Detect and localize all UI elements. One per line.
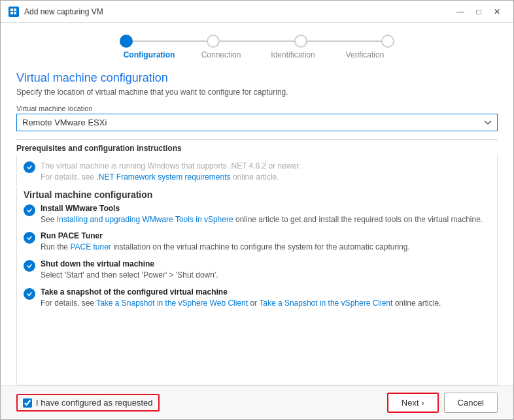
prereq-desc-wmware: See Installing and upgrading WMware Tool… — [41, 214, 490, 225]
configured-checkbox[interactable] — [23, 398, 32, 408]
step-label-connection: Connection — [192, 50, 250, 59]
configured-checkbox-text: I have configured as requested — [36, 398, 153, 408]
prereq-text-shutdown: Shut down the virtual machine Select 'St… — [41, 259, 490, 281]
step-label-configuration: Configuration — [120, 50, 179, 59]
step-line-3 — [307, 40, 381, 42]
stepper-labels: Configuration Connection Identification … — [120, 50, 394, 59]
prereq-desc-shutdown: Select 'Start' and then select 'Power' >… — [41, 270, 490, 281]
cancel-button[interactable]: Cancel — [444, 393, 498, 413]
prereq-title-wmware: Install WMware Tools — [41, 204, 490, 213]
prereq-desc-pace: Run the PACE tuner installation on the v… — [41, 242, 490, 253]
step-line-2 — [220, 40, 294, 42]
configured-checkbox-label[interactable]: I have configured as requested — [16, 394, 160, 412]
snapshot-web-link[interactable]: Take a Snapshot in the vSphere Web Clien… — [96, 299, 248, 308]
maximize-button[interactable]: □ — [470, 5, 487, 18]
title-bar: Add new capturing VM — □ ✕ — [1, 1, 513, 23]
pace-tuner-link[interactable]: PACE tuner — [70, 242, 111, 251]
stepper-track — [120, 35, 394, 48]
main-window: Add new capturing VM — □ ✕ Configuration… — [0, 0, 514, 420]
minimize-button[interactable]: — — [452, 5, 469, 18]
prereq-text-wmware: Install WMware Tools See Installing and … — [41, 204, 490, 225]
prereq-desc-snapshot: For details, see Take a Snapshot in the … — [41, 298, 490, 309]
prereq-item-pace: Run PACE Tuner Run the PACE tuner instal… — [24, 231, 490, 253]
stepper: Configuration Connection Identification … — [1, 23, 513, 66]
prereq-desc-dotnet: The virtual machine is running Windows t… — [41, 161, 301, 182]
prereq-item-snapshot: Take a snapshot of the configured virtua… — [24, 287, 490, 309]
title-bar-left: Add new capturing VM — [9, 7, 103, 17]
page-subtitle: Specify the location of virtual machine … — [16, 88, 498, 97]
vm-config-section-title: Virtual machine configuration — [24, 189, 490, 200]
svg-rect-2 — [10, 12, 13, 14]
vm-location-label: Virtual machine location — [16, 105, 498, 112]
window-title: Add new capturing VM — [24, 7, 103, 16]
prereq-title-pace: Run PACE Tuner — [41, 231, 490, 240]
check-icon-pace — [24, 232, 35, 244]
check-icon-wmware — [24, 204, 35, 216]
next-button[interactable]: Next › — [387, 393, 439, 413]
wmware-tools-link[interactable]: Installing and upgrading WMware Tools in… — [57, 215, 233, 224]
prereq-item-wmware: Install WMware Tools See Installing and … — [24, 204, 490, 225]
main-content: Virtual machine configuration Specify th… — [1, 66, 513, 385]
close-button[interactable]: ✕ — [488, 5, 505, 18]
window-controls: — □ ✕ — [452, 5, 505, 18]
step-line-1 — [133, 40, 207, 42]
check-icon-shutdown — [24, 260, 35, 272]
check-icon-dotnet — [24, 161, 35, 173]
prereq-item-shutdown: Shut down the virtual machine Select 'St… — [24, 259, 490, 281]
prereq-title-shutdown: Shut down the virtual machine — [41, 259, 490, 268]
step-3-circle — [294, 35, 307, 48]
prereq-text-snapshot: Take a snapshot of the configured virtua… — [41, 287, 490, 309]
step-label-verification: Verification — [335, 50, 394, 59]
step-2-circle — [207, 35, 220, 48]
prereq-text-pace: Run PACE Tuner Run the PACE tuner instal… — [41, 231, 490, 253]
prereq-text-dotnet: The virtual machine is running Windows t… — [41, 161, 490, 183]
svg-rect-3 — [14, 12, 16, 14]
next-label: Next › — [402, 398, 424, 408]
page-title: Virtual machine configuration — [16, 71, 498, 85]
footer: I have configured as requested Next › Ca… — [1, 385, 513, 419]
svg-rect-0 — [10, 8, 13, 11]
dotnet-link[interactable]: .NET Framework system requirements — [96, 172, 230, 182]
footer-buttons: Next › Cancel — [387, 393, 498, 413]
prerequisites-scroll[interactable]: The virtual machine is running Windows t… — [16, 155, 498, 385]
app-icon — [9, 7, 19, 17]
step-label-identification: Identification — [264, 50, 322, 59]
svg-point-4 — [124, 39, 129, 44]
step-1-circle — [120, 35, 133, 48]
prereq-item-dotnet: The virtual machine is running Windows t… — [24, 161, 490, 183]
svg-rect-1 — [14, 8, 16, 11]
prerequisites-header: Prerequisites and configuration instruct… — [16, 139, 498, 155]
step-4-circle — [381, 35, 394, 48]
prerequisites-section: Prerequisites and configuration instruct… — [16, 139, 498, 385]
check-icon-snapshot — [24, 288, 35, 300]
prereq-title-snapshot: Take a snapshot of the configured virtua… — [41, 287, 490, 297]
vm-location-dropdown[interactable]: Remote VMware ESXi Local VM — [16, 114, 498, 131]
snapshot-client-link[interactable]: Take a Snapshot in the vSphere Client — [259, 299, 392, 308]
